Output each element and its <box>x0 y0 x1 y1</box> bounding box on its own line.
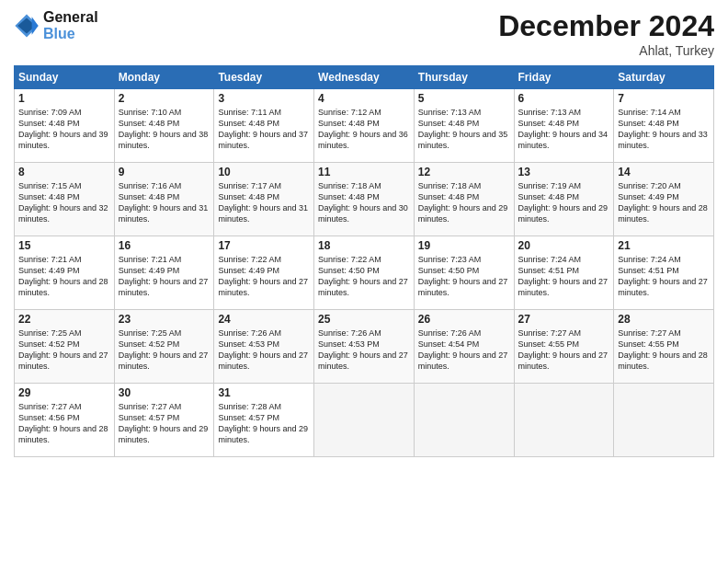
day-number: 4 <box>318 92 410 105</box>
cell-info: Sunrise: 7:26 AMSunset: 4:53 PMDaylight:… <box>218 328 308 371</box>
location: Ahlat, Turkey <box>498 43 714 58</box>
day-number: 12 <box>418 166 510 178</box>
cell-info: Sunrise: 7:11 AMSunset: 4:48 PMDaylight:… <box>218 108 308 150</box>
calendar-cell: 5Sunrise: 7:13 AMSunset: 4:48 PMDaylight… <box>414 89 514 163</box>
svg-marker-2 <box>32 17 39 35</box>
cell-info: Sunrise: 7:10 AMSunset: 4:48 PMDaylight:… <box>119 108 209 150</box>
cell-info: Sunrise: 7:27 AMSunset: 4:56 PMDaylight:… <box>18 402 108 444</box>
header-sunday: Sunday <box>15 66 115 89</box>
day-number: 18 <box>318 239 410 252</box>
cell-info: Sunrise: 7:22 AMSunset: 4:50 PMDaylight:… <box>318 255 408 297</box>
day-number: 23 <box>119 313 210 326</box>
header-tuesday: Tuesday <box>214 66 314 89</box>
day-number: 11 <box>318 166 410 178</box>
cell-info: Sunrise: 7:25 AMSunset: 4:52 PMDaylight:… <box>119 328 209 371</box>
header-thursday: Thursday <box>414 66 514 89</box>
week-row-1: 1Sunrise: 7:09 AMSunset: 4:48 PMDaylight… <box>15 89 714 163</box>
calendar-cell <box>514 384 614 457</box>
cell-info: Sunrise: 7:27 AMSunset: 4:55 PMDaylight:… <box>518 328 609 371</box>
calendar-cell: 23Sunrise: 7:25 AMSunset: 4:52 PMDayligh… <box>114 310 214 384</box>
calendar-cell: 15Sunrise: 7:21 AMSunset: 4:49 PMDayligh… <box>15 236 115 310</box>
cell-info: Sunrise: 7:18 AMSunset: 4:48 PMDaylight:… <box>318 181 408 224</box>
main-container: General Blue December 2024 Ahlat, Turkey… <box>0 0 728 466</box>
header-monday: Monday <box>114 66 214 89</box>
day-number: 31 <box>218 386 310 399</box>
day-number: 2 <box>119 92 210 105</box>
day-number: 8 <box>18 166 110 178</box>
day-number: 6 <box>518 92 610 105</box>
header-friday: Friday <box>514 66 614 89</box>
calendar-cell: 20Sunrise: 7:24 AMSunset: 4:51 PMDayligh… <box>514 236 614 310</box>
day-number: 14 <box>618 166 710 178</box>
calendar-cell: 9Sunrise: 7:16 AMSunset: 4:48 PMDaylight… <box>114 163 214 236</box>
calendar-cell: 13Sunrise: 7:19 AMSunset: 4:48 PMDayligh… <box>514 163 614 236</box>
day-number: 3 <box>218 92 310 105</box>
cell-info: Sunrise: 7:26 AMSunset: 4:53 PMDaylight:… <box>318 328 408 371</box>
cell-info: Sunrise: 7:26 AMSunset: 4:54 PMDaylight:… <box>418 328 508 371</box>
day-number: 16 <box>119 239 210 252</box>
calendar-table: SundayMondayTuesdayWednesdayThursdayFrid… <box>14 65 714 457</box>
calendar-cell: 18Sunrise: 7:22 AMSunset: 4:50 PMDayligh… <box>314 236 415 310</box>
day-number: 9 <box>119 166 210 178</box>
week-row-5: 29Sunrise: 7:27 AMSunset: 4:56 PMDayligh… <box>15 384 714 457</box>
cell-info: Sunrise: 7:17 AMSunset: 4:48 PMDaylight:… <box>218 181 308 224</box>
calendar-cell: 16Sunrise: 7:21 AMSunset: 4:49 PMDayligh… <box>114 236 214 310</box>
calendar-cell: 19Sunrise: 7:23 AMSunset: 4:50 PMDayligh… <box>414 236 514 310</box>
cell-info: Sunrise: 7:13 AMSunset: 4:48 PMDaylight:… <box>418 108 508 150</box>
cell-info: Sunrise: 7:28 AMSunset: 4:57 PMDaylight:… <box>218 402 308 444</box>
cell-info: Sunrise: 7:13 AMSunset: 4:48 PMDaylight:… <box>518 108 609 150</box>
calendar-cell: 8Sunrise: 7:15 AMSunset: 4:48 PMDaylight… <box>15 163 115 236</box>
day-number: 28 <box>618 313 710 326</box>
day-number: 5 <box>418 92 510 105</box>
day-number: 29 <box>18 386 110 399</box>
cell-info: Sunrise: 7:09 AMSunset: 4:48 PMDaylight:… <box>18 108 108 150</box>
calendar-cell: 1Sunrise: 7:09 AMSunset: 4:48 PMDaylight… <box>15 89 115 163</box>
week-row-2: 8Sunrise: 7:15 AMSunset: 4:48 PMDaylight… <box>15 163 714 236</box>
day-number: 25 <box>318 313 410 326</box>
cell-info: Sunrise: 7:14 AMSunset: 4:48 PMDaylight:… <box>618 108 708 150</box>
calendar-cell: 31Sunrise: 7:28 AMSunset: 4:57 PMDayligh… <box>214 384 314 457</box>
calendar-cell: 14Sunrise: 7:20 AMSunset: 4:49 PMDayligh… <box>614 163 714 236</box>
title-area: December 2024 Ahlat, Turkey <box>498 9 714 58</box>
cell-info: Sunrise: 7:23 AMSunset: 4:50 PMDaylight:… <box>418 255 508 297</box>
calendar-cell: 10Sunrise: 7:17 AMSunset: 4:48 PMDayligh… <box>214 163 314 236</box>
day-number: 7 <box>618 92 710 105</box>
month-title: December 2024 <box>498 9 714 43</box>
day-number: 26 <box>418 313 510 326</box>
day-number: 27 <box>518 313 610 326</box>
week-row-4: 22Sunrise: 7:25 AMSunset: 4:52 PMDayligh… <box>15 310 714 384</box>
day-number: 21 <box>618 239 710 252</box>
day-number: 19 <box>418 239 510 252</box>
page-header: General Blue December 2024 Ahlat, Turkey <box>14 9 714 58</box>
calendar-cell: 29Sunrise: 7:27 AMSunset: 4:56 PMDayligh… <box>15 384 115 457</box>
calendar-cell <box>414 384 514 457</box>
calendar-cell: 21Sunrise: 7:24 AMSunset: 4:51 PMDayligh… <box>614 236 714 310</box>
day-number: 22 <box>18 313 110 326</box>
calendar-cell: 26Sunrise: 7:26 AMSunset: 4:54 PMDayligh… <box>414 310 514 384</box>
cell-info: Sunrise: 7:24 AMSunset: 4:51 PMDaylight:… <box>618 255 708 297</box>
logo-text: General Blue <box>43 9 98 42</box>
day-number: 30 <box>119 386 210 399</box>
cell-info: Sunrise: 7:18 AMSunset: 4:48 PMDaylight:… <box>418 181 508 224</box>
cell-info: Sunrise: 7:15 AMSunset: 4:48 PMDaylight:… <box>18 181 108 224</box>
day-number: 1 <box>18 92 110 105</box>
calendar-cell: 30Sunrise: 7:27 AMSunset: 4:57 PMDayligh… <box>114 384 214 457</box>
cell-info: Sunrise: 7:21 AMSunset: 4:49 PMDaylight:… <box>18 255 108 297</box>
cell-info: Sunrise: 7:20 AMSunset: 4:49 PMDaylight:… <box>618 181 708 224</box>
calendar-cell: 6Sunrise: 7:13 AMSunset: 4:48 PMDaylight… <box>514 89 614 163</box>
calendar-cell <box>314 384 415 457</box>
calendar-cell: 24Sunrise: 7:26 AMSunset: 4:53 PMDayligh… <box>214 310 314 384</box>
cell-info: Sunrise: 7:22 AMSunset: 4:49 PMDaylight:… <box>218 255 308 297</box>
cell-info: Sunrise: 7:27 AMSunset: 4:55 PMDaylight:… <box>618 328 708 371</box>
calendar-cell: 3Sunrise: 7:11 AMSunset: 4:48 PMDaylight… <box>214 89 314 163</box>
day-number: 10 <box>218 166 310 178</box>
day-number: 15 <box>18 239 110 252</box>
cell-info: Sunrise: 7:12 AMSunset: 4:48 PMDaylight:… <box>318 108 408 150</box>
calendar-cell: 2Sunrise: 7:10 AMSunset: 4:48 PMDaylight… <box>114 89 214 163</box>
header-wednesday: Wednesday <box>314 66 415 89</box>
cell-info: Sunrise: 7:27 AMSunset: 4:57 PMDaylight:… <box>119 402 209 444</box>
cell-info: Sunrise: 7:19 AMSunset: 4:48 PMDaylight:… <box>518 181 609 224</box>
week-row-3: 15Sunrise: 7:21 AMSunset: 4:49 PMDayligh… <box>15 236 714 310</box>
day-number: 20 <box>518 239 610 252</box>
calendar-cell: 25Sunrise: 7:26 AMSunset: 4:53 PMDayligh… <box>314 310 415 384</box>
